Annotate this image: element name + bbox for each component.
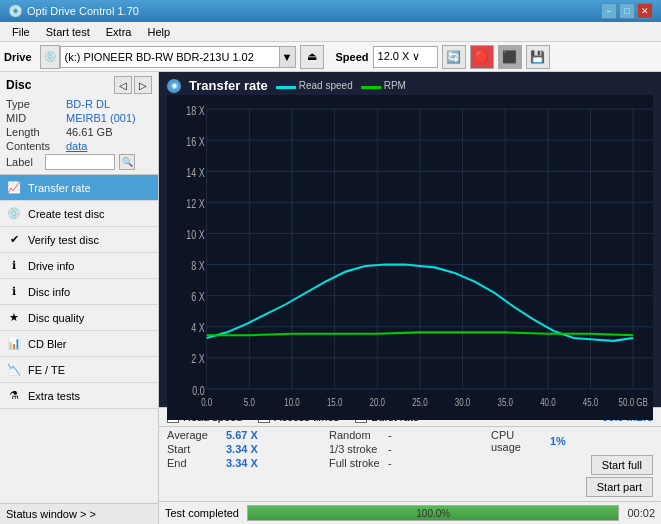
- svg-text:10 X: 10 X: [186, 228, 205, 242]
- stats-col-2: Random - 1/3 stroke - Full stroke -: [329, 429, 491, 499]
- progress-bar-container: 100.0%: [247, 505, 619, 521]
- disc-info-icon: ℹ: [6, 284, 22, 300]
- full-stroke-value: -: [388, 457, 428, 469]
- nav-extra-tests-label: Extra tests: [28, 390, 80, 402]
- svg-text:35.0: 35.0: [498, 395, 514, 408]
- legend-color-read: [276, 86, 296, 89]
- nav-extra-tests[interactable]: ⚗ Extra tests: [0, 383, 158, 409]
- random-value: -: [388, 429, 428, 441]
- transfer-rate-icon: 📈: [6, 180, 22, 196]
- extra-tests-icon: ⚗: [6, 388, 22, 404]
- verify-test-disc-icon: ✔: [6, 232, 22, 248]
- average-label: Average: [167, 429, 222, 441]
- drive-select-value: (k:) PIONEER BD-RW BDR-213U 1.02: [65, 51, 254, 63]
- menu-extra[interactable]: Extra: [98, 24, 140, 40]
- end-label: End: [167, 457, 222, 469]
- nav-cd-bler-label: CD Bler: [28, 338, 67, 350]
- type-value: BD-R DL: [66, 98, 110, 110]
- close-button[interactable]: ✕: [637, 3, 653, 19]
- chart-container: ◉ Transfer rate Read speed RPM: [159, 72, 661, 407]
- drive-icon-btn[interactable]: 💿: [40, 45, 60, 69]
- stats-col-3: CPU usage 1% Start full Start part: [491, 429, 653, 499]
- menu-start-test[interactable]: Start test: [38, 24, 98, 40]
- chart-svg: 18 X 16 X 14 X 12 X 10 X 8 X 6 X 4 X 2 X…: [167, 95, 653, 420]
- settings-btn2[interactable]: ⬛: [498, 45, 522, 69]
- contents-label: Contents: [6, 140, 66, 152]
- average-value: 5.67 X: [226, 429, 266, 441]
- menu-bar: File Start test Extra Help: [0, 22, 661, 42]
- nav-disc-quality-label: Disc quality: [28, 312, 84, 324]
- length-label: Length: [6, 126, 66, 138]
- refresh-button[interactable]: 🔄: [442, 45, 466, 69]
- nav-verify-test-disc[interactable]: ✔ Verify test disc: [0, 227, 158, 253]
- nav-transfer-rate-label: Transfer rate: [28, 182, 91, 194]
- start-part-button[interactable]: Start part: [586, 477, 653, 497]
- type-label: Type: [6, 98, 66, 110]
- nav-disc-quality[interactable]: ★ Disc quality: [0, 305, 158, 331]
- nav-cd-bler[interactable]: 📊 CD Bler: [0, 331, 158, 357]
- full-stroke-label: Full stroke: [329, 457, 384, 469]
- save-button[interactable]: 💾: [526, 45, 550, 69]
- right-panel: ◉ Transfer rate Read speed RPM: [159, 72, 661, 524]
- contents-value[interactable]: data: [66, 140, 87, 152]
- mid-value: MEIRB1 (001): [66, 112, 136, 124]
- svg-text:4 X: 4 X: [191, 321, 205, 335]
- start-value: 3.34 X: [226, 443, 266, 455]
- stats-rows: Average 5.67 X Start 3.34 X End 3.34 X: [159, 427, 661, 501]
- nav-create-test-disc-label: Create test disc: [28, 208, 104, 220]
- stats-col-1: Average 5.67 X Start 3.34 X End 3.34 X: [167, 429, 329, 499]
- nav-drive-info[interactable]: ℹ Drive info: [0, 253, 158, 279]
- disc-icon-btn2[interactable]: ▷: [134, 76, 152, 94]
- label-input[interactable]: [45, 154, 115, 170]
- speed-label: Speed: [336, 51, 369, 63]
- disc-quality-icon: ★: [6, 310, 22, 326]
- disc-section: Disc ◁ ▷ Type BD-R DL MID MEIRB1 (001) L…: [0, 72, 158, 175]
- chart-title-icon: ◉: [167, 79, 181, 93]
- start-full-button[interactable]: Start full: [591, 455, 653, 475]
- maximize-button[interactable]: □: [619, 3, 635, 19]
- svg-text:8 X: 8 X: [191, 259, 205, 273]
- svg-text:30.0: 30.0: [455, 395, 471, 408]
- drive-dropdown-arrow[interactable]: ▼: [280, 46, 296, 68]
- svg-text:10.0: 10.0: [284, 395, 300, 408]
- nav-disc-info[interactable]: ℹ Disc info: [0, 279, 158, 305]
- svg-text:25.0: 25.0: [412, 395, 428, 408]
- stroke-1-3-value: -: [388, 443, 428, 455]
- app-title: Opti Drive Control 1.70: [27, 5, 139, 17]
- svg-text:45.0: 45.0: [583, 395, 599, 408]
- label-icon-btn[interactable]: 🔍: [119, 154, 135, 170]
- disc-icon-btn1[interactable]: ◁: [114, 76, 132, 94]
- disc-title: Disc: [6, 78, 31, 92]
- progress-area: Test completed 100.0% 00:02: [159, 501, 661, 524]
- drive-label: Drive: [4, 51, 32, 63]
- svg-text:12 X: 12 X: [186, 196, 205, 210]
- nav-fe-te-label: FE / TE: [28, 364, 65, 376]
- svg-rect-0: [167, 95, 653, 420]
- status-window-button[interactable]: Status window > >: [0, 503, 158, 524]
- menu-help[interactable]: Help: [139, 24, 178, 40]
- create-test-disc-icon: 💿: [6, 206, 22, 222]
- legend-color-rpm: [361, 86, 381, 89]
- svg-text:40.0: 40.0: [540, 395, 556, 408]
- mid-label: MID: [6, 112, 66, 124]
- legend-read-label: Read speed: [299, 80, 353, 91]
- nav-create-test-disc[interactable]: 💿 Create test disc: [0, 201, 158, 227]
- speed-select-value: 12.0 X ∨: [378, 50, 421, 63]
- svg-text:18 X: 18 X: [186, 103, 205, 117]
- svg-text:50.0 GB: 50.0 GB: [619, 395, 648, 408]
- chart-title: Transfer rate: [189, 78, 268, 93]
- nav-verify-test-disc-label: Verify test disc: [28, 234, 99, 246]
- nav-fe-te[interactable]: 📉 FE / TE: [0, 357, 158, 383]
- settings-btn1[interactable]: 🔴: [470, 45, 494, 69]
- random-label: Random: [329, 429, 384, 441]
- svg-text:20.0: 20.0: [370, 395, 386, 408]
- label-key: Label: [6, 156, 41, 168]
- end-value: 3.34 X: [226, 457, 266, 469]
- menu-file[interactable]: File: [4, 24, 38, 40]
- cpu-usage-label: CPU usage: [491, 429, 546, 453]
- eject-button[interactable]: ⏏: [300, 45, 324, 69]
- nav-transfer-rate[interactable]: 📈 Transfer rate: [0, 175, 158, 201]
- minimize-button[interactable]: −: [601, 3, 617, 19]
- left-panel: Disc ◁ ▷ Type BD-R DL MID MEIRB1 (001) L…: [0, 72, 159, 524]
- cd-bler-icon: 📊: [6, 336, 22, 352]
